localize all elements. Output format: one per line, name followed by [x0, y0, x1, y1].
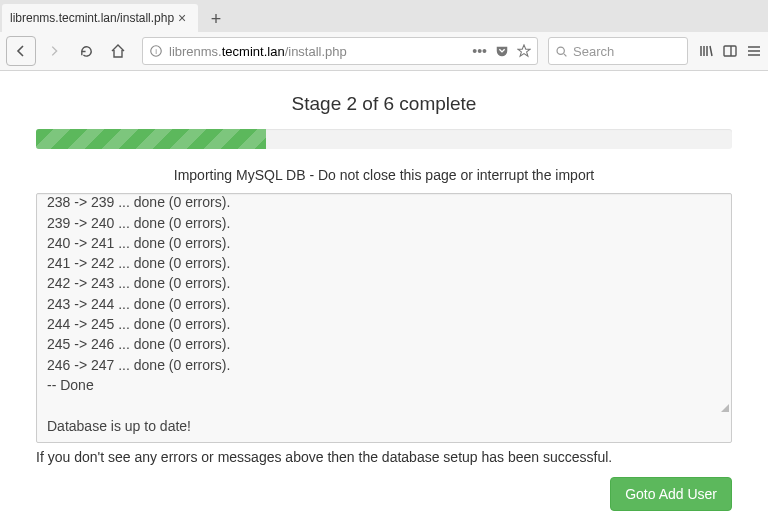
log-line: -- Done	[47, 375, 721, 395]
browser-toolbar: i librenms.tecmint.lan/install.php ••• S…	[0, 32, 768, 70]
button-row: Goto Add User	[36, 477, 732, 511]
svg-point-2	[557, 47, 564, 54]
url-host: tecmint.lan	[222, 44, 285, 59]
search-icon	[555, 45, 568, 58]
close-tab-icon[interactable]: ×	[174, 10, 190, 26]
home-button[interactable]	[104, 37, 132, 65]
progress-bar	[36, 129, 732, 149]
home-icon	[110, 43, 126, 59]
sidebar-icon[interactable]	[722, 43, 738, 59]
log-line: 242 -> 243 ... done (0 errors).	[47, 273, 721, 293]
star-icon[interactable]	[517, 44, 531, 58]
menu-icon[interactable]	[746, 43, 762, 59]
new-tab-button[interactable]: +	[202, 6, 230, 32]
back-button[interactable]	[6, 36, 36, 66]
log-line: 238 -> 239 ... done (0 errors).	[47, 193, 721, 213]
page-content: Stage 2 of 6 complete Importing MySQL DB…	[0, 71, 768, 523]
svg-text:i: i	[155, 47, 157, 56]
url-text: librenms.tecmint.lan/install.php	[169, 44, 466, 59]
url-host-pre: librenms.	[169, 44, 222, 59]
reload-button[interactable]	[72, 37, 100, 65]
arrow-right-icon	[47, 44, 61, 58]
url-bar[interactable]: i librenms.tecmint.lan/install.php •••	[142, 37, 538, 65]
progress-fill	[36, 129, 266, 149]
arrow-left-icon	[13, 43, 29, 59]
more-icon[interactable]: •••	[472, 43, 487, 59]
log-line: 241 -> 242 ... done (0 errors).	[47, 253, 721, 273]
info-icon[interactable]: i	[149, 44, 163, 58]
library-icon[interactable]	[698, 43, 714, 59]
pocket-icon[interactable]	[495, 44, 509, 58]
log-line: 245 -> 246 ... done (0 errors).	[47, 334, 721, 354]
success-note: If you don't see any errors or messages …	[36, 449, 732, 465]
tab-title: librenms.tecmint.lan/install.php	[10, 11, 174, 25]
browser-chrome: librenms.tecmint.lan/install.php × + i l…	[0, 0, 768, 71]
browser-tab[interactable]: librenms.tecmint.lan/install.php ×	[2, 4, 198, 32]
stage-title: Stage 2 of 6 complete	[36, 93, 732, 115]
log-line: Database is up to date!	[47, 416, 721, 436]
log-line: 240 -> 241 ... done (0 errors).	[47, 233, 721, 253]
log-line: 246 -> 247 ... done (0 errors).	[47, 355, 721, 375]
reload-icon	[79, 44, 94, 59]
log-output[interactable]: 237 -> 238 ... done (0 errors).238 -> 23…	[36, 193, 732, 443]
import-message: Importing MySQL DB - Do not close this p…	[36, 167, 732, 183]
goto-add-user-button[interactable]: Goto Add User	[610, 477, 732, 511]
tab-bar: librenms.tecmint.lan/install.php × +	[0, 0, 768, 32]
resize-grip-icon[interactable]	[721, 404, 729, 412]
search-box[interactable]: Search	[548, 37, 688, 65]
log-line: 239 -> 240 ... done (0 errors).	[47, 213, 721, 233]
log-line: 243 -> 244 ... done (0 errors).	[47, 294, 721, 314]
svg-rect-3	[724, 46, 736, 56]
log-line	[47, 395, 721, 415]
log-line: 244 -> 245 ... done (0 errors).	[47, 314, 721, 334]
forward-button[interactable]	[40, 37, 68, 65]
url-path: /install.php	[285, 44, 347, 59]
search-placeholder: Search	[573, 44, 614, 59]
